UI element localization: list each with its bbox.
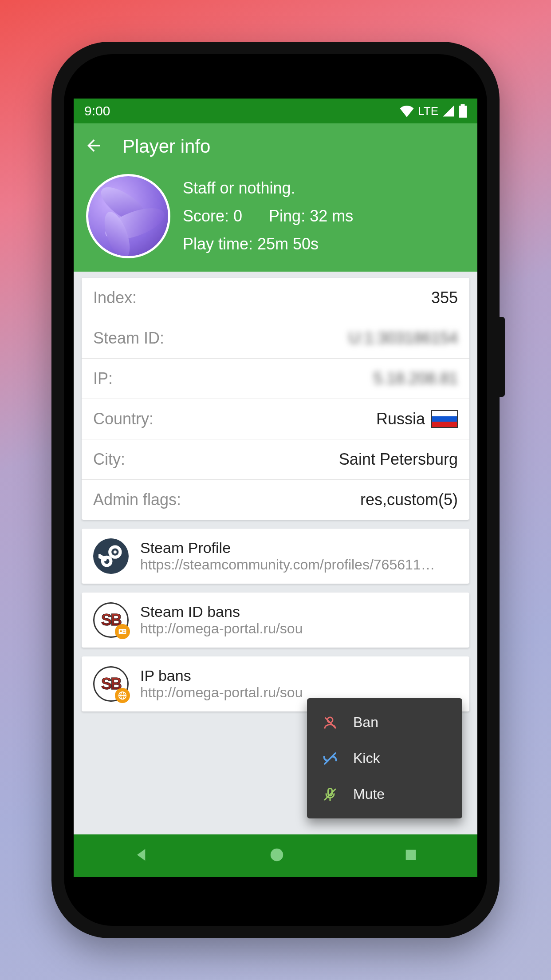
- detail-value: 5.18.208.81: [374, 369, 458, 388]
- avatar[interactable]: [86, 174, 170, 258]
- link-title: IP bans: [140, 667, 458, 684]
- menu-label: Mute: [353, 786, 385, 802]
- detail-label: Index:: [93, 288, 137, 307]
- arrow-back-icon: [84, 136, 103, 155]
- nav-recents[interactable]: [403, 847, 418, 864]
- detail-row: Index:355: [82, 278, 469, 318]
- player-summary: Staff or nothing. Score: 0 Ping: 32 ms P…: [183, 174, 353, 258]
- svg-rect-8: [123, 632, 126, 633]
- svg-rect-5: [119, 629, 126, 634]
- svg-point-17: [271, 849, 283, 861]
- detail-value: Russia: [376, 410, 458, 428]
- svg-rect-0: [459, 106, 467, 118]
- mute-icon: [322, 786, 338, 802]
- svg-point-3: [114, 550, 117, 553]
- nav-home[interactable]: [268, 846, 285, 865]
- detail-label: Country:: [93, 410, 153, 428]
- detail-label: City:: [93, 450, 125, 469]
- status-icons: LTE: [399, 104, 467, 118]
- bezel: 9:00 LTE Player info: [64, 54, 487, 926]
- action-menu: Ban Kick Mute: [307, 698, 462, 818]
- steam-bans-link[interactable]: SB Steam ID bans http://omega-portal.ru/…: [82, 593, 469, 648]
- link-title: Steam Profile: [140, 539, 458, 557]
- detail-value: 355: [431, 288, 458, 307]
- detail-value: Saint Petersburg: [339, 450, 458, 469]
- wifi-icon: [399, 105, 414, 117]
- detail-label: Admin flags:: [93, 490, 181, 509]
- player-header: Staff or nothing. Score: 0 Ping: 32 ms P…: [74, 170, 477, 272]
- status-time: 9:00: [84, 103, 110, 119]
- phone-frame: 9:00 LTE Player info: [51, 42, 500, 938]
- triangle-back-icon: [133, 846, 150, 864]
- player-score: Score: 0: [183, 207, 242, 225]
- status-network: LTE: [418, 104, 438, 118]
- detail-label: IP:: [93, 369, 113, 388]
- svg-rect-18: [406, 850, 416, 860]
- detail-value: res,custom(5): [360, 490, 458, 509]
- detail-row: Steam ID:U:1:303186154: [82, 318, 469, 359]
- svg-rect-7: [123, 631, 126, 632]
- ban-icon: [322, 715, 338, 731]
- page-title: Player info: [122, 136, 210, 157]
- detail-label: Steam ID:: [93, 329, 164, 348]
- back-button[interactable]: [84, 136, 103, 157]
- steam-profile-link[interactable]: Steam Profile https://steamcommunity.com…: [82, 529, 469, 584]
- status-bar: 9:00 LTE: [74, 99, 477, 123]
- menu-mute[interactable]: Mute: [307, 776, 462, 812]
- android-nav-bar: [74, 834, 477, 877]
- details-card: Index:355Steam ID:U:1:303186154IP:5.18.2…: [82, 278, 469, 520]
- flag-russia-icon: [431, 410, 458, 428]
- player-ping: Ping: 32 ms: [269, 207, 353, 225]
- screen: 9:00 LTE Player info: [74, 99, 477, 877]
- steam-icon: [93, 538, 129, 574]
- menu-kick[interactable]: Kick: [307, 740, 462, 776]
- player-name: Staff or nothing.: [183, 179, 353, 198]
- link-title: Steam ID bans: [140, 603, 458, 620]
- circle-home-icon: [268, 846, 285, 863]
- id-badge-icon: [115, 624, 130, 639]
- link-url: https://steamcommunity.com/profiles/7656…: [140, 557, 458, 573]
- battery-icon: [459, 104, 467, 118]
- globe-badge-icon: [115, 688, 130, 703]
- svg-point-6: [120, 630, 122, 632]
- detail-row: IP:5.18.208.81: [82, 359, 469, 399]
- menu-label: Ban: [353, 714, 378, 731]
- kick-icon: [322, 751, 338, 767]
- svg-line-14: [325, 753, 335, 764]
- detail-row: Admin flags:res,custom(5): [82, 480, 469, 520]
- svg-rect-1: [461, 104, 465, 106]
- cellular-icon: [442, 105, 455, 117]
- detail-value: U:1:303186154: [349, 329, 458, 348]
- nav-back[interactable]: [133, 846, 150, 865]
- sourcebans-icon: SB: [93, 602, 129, 638]
- detail-row: Country:Russia: [82, 399, 469, 439]
- detail-row: City:Saint Petersburg: [82, 439, 469, 480]
- square-recents-icon: [403, 847, 418, 862]
- player-playtime: Play time: 25m 50s: [183, 235, 353, 253]
- menu-label: Kick: [353, 750, 380, 767]
- sourcebans-icon: SB: [93, 666, 129, 702]
- link-url: http://omega-portal.ru/sou: [140, 620, 458, 637]
- menu-ban[interactable]: Ban: [307, 704, 462, 740]
- app-bar: Player info: [74, 123, 477, 170]
